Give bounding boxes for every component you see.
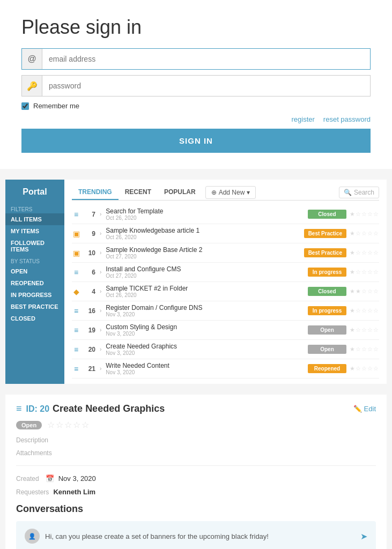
password-input-row: 🔑 [21, 75, 371, 97]
description-label: Description [16, 436, 376, 444]
sidebar-item-in-progress[interactable]: IN PROGRESS [5, 289, 64, 301]
sidebar-item-all-items[interactable]: ALL ITEMS [5, 213, 64, 225]
conversations-title: Conversations [16, 503, 376, 515]
detail-list-icon: ≡ [16, 403, 22, 414]
created-row: Created 📅 Nov 3, 2020 [16, 474, 376, 483]
tab-popular[interactable]: POPULAR [158, 185, 202, 200]
ticket-row[interactable]: ≡ 21 › Write Needed Content Nov 3, 2020 … [72, 359, 379, 379]
ticket-stars: ★☆☆☆☆ [350, 211, 379, 218]
ticket-title-col: Sample Knowledgebase article 1 Oct 26, 2… [106, 227, 300, 240]
remember-checkbox[interactable] [21, 102, 29, 110]
ticket-title-col: Create Needed Graphics Nov 3, 2020 [106, 343, 305, 356]
kb-icon: ▣ [72, 229, 80, 238]
edit-button[interactable]: ✏️ Edit [353, 405, 376, 413]
ticket-date: Nov 3, 2020 [106, 311, 305, 317]
sidebar-item-open[interactable]: OPEN [5, 265, 64, 277]
status-badge: Best Practice [304, 248, 346, 257]
email-input[interactable] [42, 50, 370, 68]
ticket-date: Oct 26, 2020 [106, 292, 305, 298]
detail-stars: ☆☆☆☆☆ [47, 420, 90, 430]
list-icon: ≡ [72, 345, 80, 354]
password-input[interactable] [42, 77, 370, 94]
created-label: Created [16, 475, 39, 483]
ticket-id: 6 [84, 269, 95, 276]
ticket-id: 9 [84, 230, 95, 238]
chevron-down-icon: ▾ [247, 189, 250, 196]
ticket-title: Write Needed Content [106, 362, 305, 369]
detail-section: ≡ ID: 20 Create Needed Graphics ✏️ Edit … [5, 395, 387, 549]
conversation-box: 👤 ➤ [16, 521, 376, 549]
detail-status-row: Open ☆☆☆☆☆ [16, 420, 376, 430]
chevron-right-icon: › [100, 308, 101, 314]
ticket-id: 21 [84, 365, 95, 373]
ticket-date: Oct 26, 2020 [106, 215, 305, 221]
ticket-row[interactable]: ≡ 20 › Create Needed Graphics Nov 3, 202… [72, 340, 379, 359]
description-field: Description [16, 436, 376, 444]
register-link[interactable]: register [291, 115, 314, 123]
diamond-icon: ◆ [72, 287, 80, 296]
ticket-row[interactable]: ≡ 19 › Custom Styling & Design Nov 3, 20… [72, 321, 379, 340]
sidebar-item-best-practice[interactable]: BEST PRACTICE [5, 301, 64, 313]
kb-icon: ▣ [72, 249, 80, 257]
ticket-date: Nov 3, 2020 [106, 350, 305, 356]
created-date: Nov 3, 2020 [58, 474, 96, 483]
ticket-id: 7 [84, 211, 95, 218]
chevron-right-icon: › [100, 269, 101, 275]
ticket-row[interactable]: ◆ 4 › Sample TICKET #2 in Folder Oct 26,… [72, 282, 379, 301]
status-badge: Reopened [308, 364, 346, 373]
sidebar-item-my-items[interactable]: MY ITEMS [5, 225, 64, 237]
add-new-button[interactable]: ⊕ Add New ▾ [205, 186, 256, 199]
ticket-row[interactable]: ≡ 16 › Register Domain / Configure DNS N… [72, 301, 379, 321]
send-icon[interactable]: ➤ [360, 531, 367, 541]
ticket-row[interactable]: ▣ 9 › Sample Knowledgebase article 1 Oct… [72, 224, 379, 243]
portal-main: TRENDING RECENT POPULAR ⊕ Add New ▾ 🔍 Se… [64, 180, 387, 384]
list-icon: ≡ [72, 307, 80, 315]
conversation-input-row: 👤 ➤ [25, 529, 367, 544]
search-box[interactable]: 🔍 Search [339, 187, 379, 198]
ticket-row[interactable]: ≡ 6 › Install and Configure CMS Oct 27, … [72, 263, 379, 282]
status-badge: Closed [308, 287, 346, 296]
ticket-title: Sample Knowledge Base Article 2 [106, 246, 300, 254]
ticket-title-col: Search for Template Oct 26, 2020 [106, 207, 305, 221]
ticket-title: Sample Knowledgebase article 1 [106, 227, 300, 234]
signin-button[interactable]: SIGN IN [21, 129, 371, 153]
status-badge: In progress [308, 268, 346, 277]
ticket-row[interactable]: ≡ 7 › Search for Template Oct 26, 2020 C… [72, 205, 379, 224]
ticket-row[interactable]: ▣ 10 › Sample Knowledge Base Article 2 O… [72, 243, 379, 263]
reset-password-link[interactable]: reset password [323, 115, 371, 123]
edit-label: Edit [364, 405, 376, 413]
conversation-input[interactable] [45, 532, 355, 540]
ticket-date: Oct 27, 2020 [106, 254, 300, 259]
ticket-stars: ★☆☆☆☆ [350, 365, 379, 372]
tab-trending[interactable]: TRENDING [72, 185, 119, 200]
chevron-right-icon: › [100, 211, 101, 217]
portal-section: Portal Filters ALL ITEMS MY ITEMS FOLLOW… [5, 180, 387, 384]
ticket-title-col: Write Needed Content Nov 3, 2020 [106, 362, 305, 375]
tab-recent[interactable]: RECENT [119, 185, 158, 200]
remember-label: Remember me [33, 102, 79, 110]
sidebar-item-reopened[interactable]: REOPENED [5, 277, 64, 289]
chevron-right-icon: › [100, 366, 101, 372]
list-icon: ≡ [72, 268, 80, 277]
list-icon: ≡ [72, 365, 80, 373]
search-icon: 🔍 [344, 189, 352, 196]
ticket-date: Nov 3, 2020 [106, 369, 305, 375]
sidebar-item-followed-items[interactable]: FOLLOWED ITEMS [5, 237, 64, 255]
detail-title: Create Needed Graphics [53, 403, 353, 414]
sidebar-item-closed[interactable]: CLOSED [5, 313, 64, 324]
chevron-right-icon: › [100, 288, 101, 294]
remember-row: Remember me [21, 102, 371, 110]
ticket-stars: ★☆☆☆☆ [350, 346, 379, 353]
ticket-date: Oct 26, 2020 [106, 234, 300, 240]
filters-label: Filters [5, 203, 64, 213]
status-badge: In progress [308, 306, 346, 315]
list-icon: ≡ [72, 326, 80, 335]
ticket-date: Nov 3, 2020 [106, 331, 305, 337]
password-icon: 🔑 [22, 76, 42, 96]
attachments-field: Attachments [16, 449, 376, 457]
calendar-icon: 📅 [46, 474, 54, 483]
ticket-title-col: Custom Styling & Design Nov 3, 2020 [106, 323, 305, 337]
detail-header: ≡ ID: 20 Create Needed Graphics ✏️ Edit [16, 403, 376, 414]
ticket-list: ≡ 7 › Search for Template Oct 26, 2020 C… [72, 205, 379, 379]
portal-title: Portal [5, 180, 64, 203]
